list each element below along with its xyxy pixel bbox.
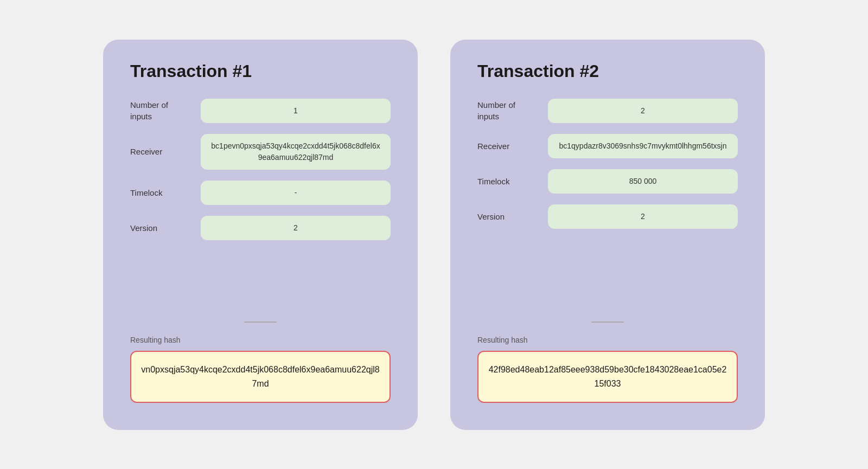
field-value-2-1: 2 <box>548 99 738 123</box>
field-row-2-2: Receiverbc1qypdazr8v3069snhs9c7mvykmt0lh… <box>477 134 738 158</box>
field-value-1-3: - <box>201 181 391 205</box>
hash-label-1: Resulting hash <box>130 336 391 344</box>
field-label-1-4: Version <box>130 222 190 234</box>
field-value-1-1: 1 <box>201 99 391 123</box>
field-value-2-2: bc1qypdazr8v3069snhs9c7mvykmt0lhhgm56txs… <box>548 134 738 158</box>
field-row-2-1: Number of inputs2 <box>477 99 738 123</box>
hash-section-2: Resulting hash42f98ed48eab12af85eee938d5… <box>477 336 738 402</box>
field-value-2-3: 850 000 <box>548 169 738 194</box>
hash-section-1: Resulting hashvn0pxsqja53qy4kcqe2cxdd4t5… <box>130 336 391 402</box>
field-row-1-2: Receiverbc1pevn0pxsqja53qy4kcqe2cxdd4t5j… <box>130 134 391 170</box>
field-value-1-4: 2 <box>201 216 391 240</box>
field-label-1-3: Timelock <box>130 187 190 198</box>
field-label-2-1: Number of inputs <box>477 99 537 122</box>
field-label-2-4: Version <box>477 211 537 222</box>
transaction-card-1: Transaction #1Number of inputs1Receiverb… <box>103 40 418 430</box>
field-row-1-1: Number of inputs1 <box>130 99 391 123</box>
hash-value-1: vn0pxsqja53qy4kcqe2cxdd4t5jk068c8dfel6x9… <box>130 351 391 402</box>
fields-section-2: Number of inputs2Receiverbc1qypdazr8v306… <box>477 99 738 311</box>
hash-label-2: Resulting hash <box>477 336 738 344</box>
field-value-1-2: bc1pevn0pxsqja53qy4kcqe2cxdd4t5jk068c8df… <box>201 134 391 170</box>
transaction-card-2: Transaction #2Number of inputs2Receiverb… <box>450 40 765 430</box>
fields-section-1: Number of inputs1Receiverbc1pevn0pxsqja5… <box>130 99 391 311</box>
page-container: Transaction #1Number of inputs1Receiverb… <box>22 40 846 430</box>
field-value-2-4: 2 <box>548 204 738 229</box>
field-label-1-2: Receiver <box>130 146 190 157</box>
hash-value-2: 42f98ed48eab12af85eee938d59be30cfe184302… <box>477 351 738 402</box>
divider-1 <box>244 322 277 323</box>
field-label-2-2: Receiver <box>477 140 537 152</box>
field-row-2-3: Timelock850 000 <box>477 169 738 194</box>
field-row-2-4: Version2 <box>477 204 738 229</box>
field-label-1-1: Number of inputs <box>130 99 190 122</box>
transaction-title-1: Transaction #1 <box>130 61 391 81</box>
field-row-1-4: Version2 <box>130 216 391 240</box>
field-label-2-3: Timelock <box>477 176 537 187</box>
divider-2 <box>591 322 624 323</box>
transaction-title-2: Transaction #2 <box>477 61 738 81</box>
field-row-1-3: Timelock- <box>130 181 391 205</box>
